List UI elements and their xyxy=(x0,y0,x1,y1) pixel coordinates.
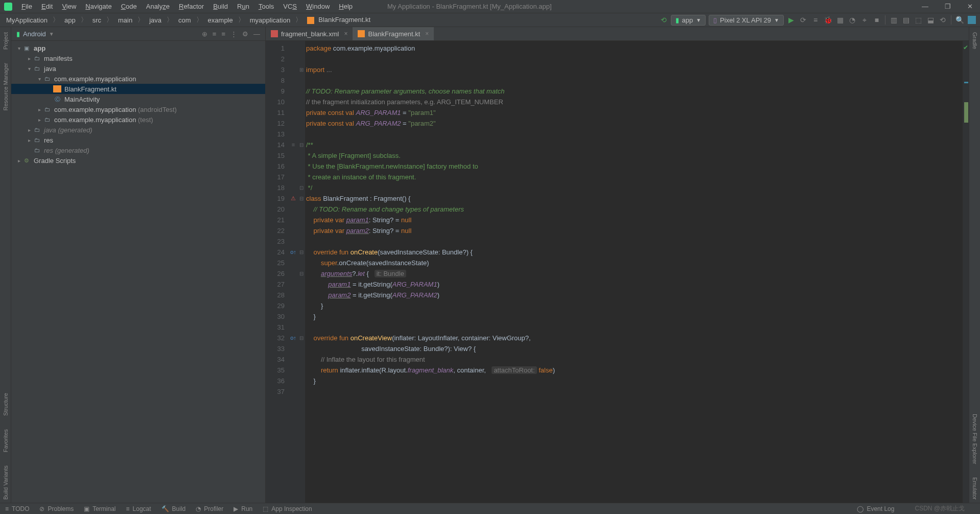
apply-code-button[interactable]: ≡ xyxy=(811,16,820,24)
ide-settings-button[interactable] xyxy=(968,16,976,24)
bc-file[interactable]: BlankFragment.kt xyxy=(305,16,375,24)
tree-node-manifests[interactable]: ▸🗀manifests xyxy=(11,53,265,63)
bc-example[interactable]: example xyxy=(206,16,235,24)
close-tab-icon[interactable]: × xyxy=(344,30,347,37)
tree-node-androidtest[interactable]: ▸🗀com.example.myapplication (androidTest… xyxy=(11,104,265,114)
tab-structure[interactable]: Structure xyxy=(2,390,10,419)
profile-button[interactable]: ◔ xyxy=(848,16,856,24)
resource-manager-button[interactable]: ⬚ xyxy=(914,16,922,24)
android-view-icon: ▮ xyxy=(16,30,20,38)
gear-icon[interactable]: ⚙ xyxy=(242,30,248,38)
menu-analyze[interactable]: Analyze xyxy=(142,2,174,11)
bc-com[interactable]: com xyxy=(176,16,193,24)
tab-gradle[interactable]: Gradle xyxy=(971,29,979,52)
bc-src[interactable]: src xyxy=(90,16,103,24)
tab-project[interactable]: Project xyxy=(2,29,10,53)
tab-fragment-blank-xml[interactable]: fragment_blank.xml× xyxy=(266,27,353,40)
menu-edit[interactable]: Edit xyxy=(37,2,57,11)
show-options-menu-icon[interactable]: ⋮ xyxy=(230,30,237,38)
bc-java[interactable]: java xyxy=(147,16,164,24)
footer-run[interactable]: ▶ Run xyxy=(234,505,252,512)
editor-body: 1238910111213141516171819202122232425262… xyxy=(266,41,969,503)
tree-node-gradle-scripts[interactable]: ▸⚙Gradle Scripts xyxy=(11,155,265,166)
main-menu: File Edit View Navigate Code Analyze Ref… xyxy=(17,2,357,11)
maximize-button[interactable]: ❐ xyxy=(942,2,954,11)
sync-icon[interactable]: ⟲ xyxy=(660,16,668,24)
select-opened-file-icon[interactable]: ⊕ xyxy=(202,30,207,38)
footer-terminal[interactable]: ▣ Terminal xyxy=(84,505,115,512)
coverage-button[interactable]: ▦ xyxy=(836,16,844,24)
hide-icon[interactable]: — xyxy=(253,30,260,38)
expand-all-icon[interactable]: ≡ xyxy=(213,30,217,38)
tree-node-package[interactable]: ▾🗀com.example.myapplication xyxy=(11,74,265,84)
footer-event-log[interactable]: ◯ Event Log xyxy=(857,504,894,513)
error-stripe[interactable]: ✔ xyxy=(963,41,969,503)
tab-resource-manager[interactable]: Resource Manager xyxy=(2,60,10,114)
footer-logcat[interactable]: ≡ Logcat xyxy=(126,505,151,512)
footer-profiler[interactable]: ◔ Profiler xyxy=(196,505,223,512)
tree-node-res-gen[interactable]: 🗀res (generated) xyxy=(11,145,265,155)
override-icon[interactable]: o↑ xyxy=(289,333,298,343)
sdk-manager-button[interactable]: ▤ xyxy=(902,16,910,24)
project-view-mode[interactable]: Android xyxy=(23,30,46,38)
close-button[interactable]: ✕ xyxy=(964,2,976,11)
menu-code[interactable]: Code xyxy=(117,2,141,11)
line-number-gutter: 1238910111213141516171819202122232425262… xyxy=(266,41,289,503)
attach-debugger-button[interactable]: ⌖ xyxy=(860,16,869,24)
chevron-down-icon[interactable]: ▼ xyxy=(49,31,54,37)
avd-manager-button[interactable]: ▥ xyxy=(890,16,898,24)
footer-problems[interactable]: ⊘ Problems xyxy=(39,505,74,512)
tree-file-blankfragment[interactable]: BlankFragment.kt xyxy=(11,84,265,94)
tab-emulator[interactable]: Emulator xyxy=(971,474,979,503)
sync-project-button[interactable]: ⟲ xyxy=(939,16,947,24)
tab-favorites[interactable]: Favorites xyxy=(2,426,10,455)
gutter-marks: ≡ ⚠ o↑ o↑ xyxy=(289,41,298,503)
bc-myapp[interactable]: myapplication xyxy=(248,16,293,24)
tab-blankfragment-kt[interactable]: BlankFragment.kt× xyxy=(353,27,434,40)
fold-gutter[interactable]: ⊞ ⊟ ⊡⊟ ⊟ ⊟ ⊟ xyxy=(298,41,305,503)
tree-node-res[interactable]: ▸🗀res xyxy=(11,135,265,145)
apply-changes-button[interactable]: ⟳ xyxy=(799,16,807,24)
tab-device-file-explorer[interactable]: Device File Explorer xyxy=(971,411,979,467)
menu-run[interactable]: Run xyxy=(233,2,253,11)
run-config-selector[interactable]: ▮app▼ xyxy=(671,15,706,26)
device-icon: ▯ xyxy=(713,16,717,24)
stop-button[interactable]: ■ xyxy=(873,16,881,24)
project-tree[interactable]: ▾▣app ▸🗀manifests ▾🗀java ▾🗀com.example.m… xyxy=(11,41,265,503)
run-button[interactable]: ▶ xyxy=(787,16,795,24)
bc-root[interactable]: MyApplication xyxy=(4,16,50,24)
tree-node-app[interactable]: ▾▣app xyxy=(11,43,265,53)
menu-tools[interactable]: Tools xyxy=(254,2,278,11)
search-everywhere-button[interactable]: 🔍 xyxy=(955,16,964,24)
debug-button[interactable]: 🐞 xyxy=(824,16,832,24)
window-title: My Application - BlankFragment.kt [My_Ap… xyxy=(387,3,552,10)
menu-window[interactable]: Window xyxy=(302,2,334,11)
footer-todo[interactable]: ≡ TODO xyxy=(5,505,29,512)
tree-node-java-gen[interactable]: ▸🗀java (generated) xyxy=(11,125,265,135)
menu-navigate[interactable]: Navigate xyxy=(81,2,115,11)
collapse-all-icon[interactable]: ≡ xyxy=(221,30,225,38)
menu-file[interactable]: File xyxy=(17,2,36,11)
minimize-button[interactable]: — xyxy=(919,2,931,11)
warning-icon[interactable]: ⚠ xyxy=(289,193,298,204)
bc-app[interactable]: app xyxy=(62,16,78,24)
tab-build-variants[interactable]: Build Variants xyxy=(2,462,10,503)
footer-build[interactable]: 🔨 Build xyxy=(161,505,186,512)
close-tab-icon[interactable]: × xyxy=(425,30,429,37)
footer-app-inspection[interactable]: ⬚ App Inspection xyxy=(263,505,312,512)
editor-area: fragment_blank.xml× BlankFragment.kt× 12… xyxy=(266,27,969,503)
menu-help[interactable]: Help xyxy=(335,2,357,11)
menu-build[interactable]: Build xyxy=(209,2,232,11)
layout-inspector-button[interactable]: ⬓ xyxy=(926,16,935,24)
tree-node-test[interactable]: ▸🗀com.example.myapplication (test) xyxy=(11,114,265,125)
menu-refactor[interactable]: Refactor xyxy=(175,2,208,11)
tree-file-mainactivity[interactable]: ⒸMainActivity xyxy=(11,94,265,104)
override-icon[interactable]: o↑ xyxy=(289,247,298,258)
menu-vcs[interactable]: VCS xyxy=(279,2,301,11)
code-editor[interactable]: package com.example.myapplication import… xyxy=(305,41,963,503)
bc-main[interactable]: main xyxy=(116,16,134,24)
xml-file-icon xyxy=(271,30,278,37)
tree-node-java[interactable]: ▾🗀java xyxy=(11,63,265,74)
menu-view[interactable]: View xyxy=(58,2,80,11)
device-selector[interactable]: ▯Pixel 2 XL API 29▼ xyxy=(709,15,784,26)
